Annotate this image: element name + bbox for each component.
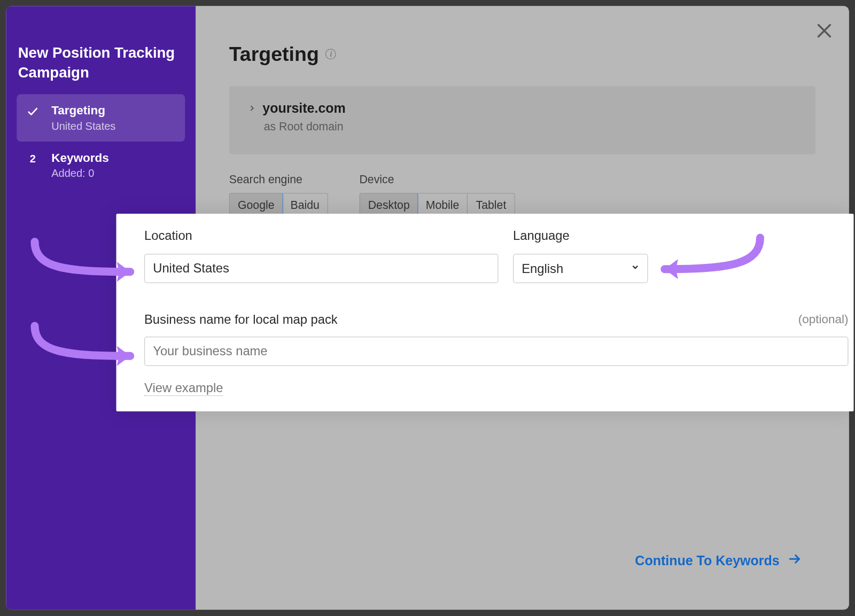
page-title: Targeting i: [229, 43, 337, 66]
step-label: Targeting: [51, 104, 115, 118]
step-subtext: United States: [51, 120, 115, 132]
close-button[interactable]: [814, 21, 835, 41]
continue-label: Continue To Keywords: [635, 553, 779, 568]
device-label: Device: [360, 173, 515, 186]
step-keywords[interactable]: 2 Keywords Added: 0: [17, 142, 185, 189]
arrow-right-icon: [788, 552, 803, 570]
sidebar-title: New Position Tracking Campaign: [17, 43, 185, 95]
info-icon[interactable]: i: [325, 49, 336, 59]
business-label: Business name for local map pack: [144, 313, 338, 328]
step-label: Keywords: [51, 151, 109, 165]
step-subtext: Added: 0: [51, 168, 109, 180]
continue-button[interactable]: Continue To Keywords: [635, 552, 802, 570]
page-title-text: Targeting: [229, 43, 319, 66]
view-example-link[interactable]: View example: [144, 381, 223, 396]
search-engine-label: Search engine: [229, 173, 328, 186]
language-label: Language: [513, 229, 570, 244]
highlighted-fields: Location Language English Business name …: [116, 214, 854, 411]
step-number: 2: [26, 152, 40, 166]
location-label: Location: [144, 229, 192, 244]
domain-subtext: as Root domain: [264, 120, 797, 134]
chevron-right-icon: [248, 103, 256, 115]
business-input[interactable]: [144, 337, 849, 366]
domain-summary[interactable]: yoursite.com as Root domain: [229, 86, 816, 154]
search-engine-section: Search engine Google Baidu: [229, 173, 328, 219]
domain-name: yoursite.com: [262, 101, 346, 116]
check-icon: [26, 105, 40, 119]
optional-label: (optional): [798, 313, 849, 326]
location-input[interactable]: [144, 254, 499, 283]
step-targeting[interactable]: Targeting United States: [17, 95, 185, 142]
device-section: Device Desktop Mobile Tablet: [360, 173, 515, 219]
language-select[interactable]: English: [513, 254, 648, 283]
